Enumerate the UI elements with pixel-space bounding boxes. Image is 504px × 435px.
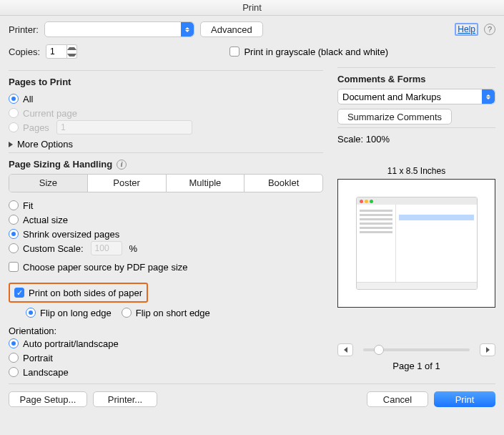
more-options-disclosure[interactable]: More Options [9, 139, 73, 150]
copies-label: Copies: [9, 47, 40, 57]
choose-paper-checkbox[interactable]: Choose paper source by PDF page size [9, 260, 323, 274]
seg-size[interactable]: Size [9, 175, 87, 192]
cancel-button[interactable]: Cancel [367, 391, 428, 407]
chevron-right-icon [486, 347, 490, 353]
page-setup-label: Page Setup... [20, 394, 76, 405]
fit-radio[interactable]: Fit [9, 198, 323, 212]
page-of-label: Page 1 of 1 [337, 361, 495, 371]
summarize-label: Summarize Comments [347, 112, 442, 122]
more-options-label: More Options [17, 139, 73, 150]
sizing-segmented[interactable]: Size Poster Multiple Booklet [9, 174, 323, 192]
copies-input[interactable] [46, 44, 67, 59]
dropdown-arrow-icon [482, 89, 495, 104]
scale-label: Scale: 100% [337, 134, 495, 145]
comments-select-value: Document and Markups [342, 92, 441, 102]
seg-multiple[interactable]: Multiple [166, 175, 244, 192]
preview-box [337, 179, 495, 308]
flip-long-label: Flip on long edge [40, 308, 112, 318]
printer-label: Printer: [9, 24, 39, 35]
orientation-auto-radio[interactable]: Auto portrait/landscape [9, 336, 323, 351]
disclosure-triangle-icon [9, 142, 13, 147]
percent-label: % [129, 243, 138, 254]
pages-current-radio: Current page [9, 106, 323, 120]
printer-button-label: Printer... [108, 394, 142, 405]
flip-short-label: Flip on short edge [136, 308, 210, 318]
advanced-button-label: Advanced [211, 24, 252, 35]
both-sides-label: Print on both sides of paper [29, 288, 142, 298]
summarize-button[interactable]: Summarize Comments [337, 109, 452, 124]
flip-short-radio[interactable]: Flip on short edge [122, 306, 210, 320]
copies-stepper[interactable] [46, 44, 77, 59]
choose-paper-label: Choose paper source by PDF page size [23, 262, 188, 273]
actual-size-radio[interactable]: Actual size [9, 212, 323, 227]
seg-poster[interactable]: Poster [87, 175, 166, 192]
pages-all-radio[interactable]: All [9, 92, 323, 106]
help-link[interactable]: Help [455, 23, 478, 36]
comments-title: Comments & Forms [337, 74, 495, 84]
orientation-auto-label: Auto portrait/landscape [23, 338, 119, 349]
pages-range-radio[interactable]: Pages [9, 120, 323, 135]
shrink-label: Shrink oversized pages [23, 229, 119, 240]
advanced-button[interactable]: Advanced [200, 21, 263, 37]
fit-label: Fit [23, 200, 33, 211]
window-title: Print [0, 0, 504, 16]
slider-thumb[interactable] [374, 345, 384, 355]
pages-all-label: All [23, 94, 33, 104]
seg-booklet[interactable]: Booklet [244, 175, 322, 192]
page-slider[interactable] [363, 348, 470, 351]
info-icon[interactable]: i [117, 160, 127, 170]
printer-select[interactable] [44, 21, 194, 37]
pages-range-label: Pages [23, 122, 49, 133]
orientation-portrait-label: Portrait [23, 353, 53, 363]
dropdown-arrow-icon [181, 22, 194, 36]
stepper-arrows-icon[interactable] [67, 44, 77, 59]
both-sides-checkbox[interactable]: Print on both sides of paper [14, 285, 142, 300]
orientation-landscape-radio[interactable]: Landscape [9, 365, 323, 379]
actual-size-label: Actual size [23, 215, 68, 225]
print-button[interactable]: Print [434, 391, 495, 407]
custom-scale-radio[interactable]: Custom Scale: % [9, 241, 323, 255]
both-sides-callout: Print on both sides of paper [9, 283, 148, 303]
preview-dims: 11 x 8.5 Inches [337, 166, 495, 176]
grayscale-checkbox[interactable]: Print in grayscale (black and white) [229, 44, 388, 59]
orientation-portrait-radio[interactable]: Portrait [9, 351, 323, 365]
orientation-landscape-label: Landscape [23, 367, 69, 378]
shrink-radio[interactable]: Shrink oversized pages [9, 227, 323, 241]
preview-thumbnail [356, 197, 478, 290]
pages-to-print-title: Pages to Print [9, 77, 323, 87]
orientation-label: Orientation: [9, 326, 323, 336]
grayscale-label: Print in grayscale (black and white) [244, 47, 388, 57]
sizing-title: Page Sizing & Handling [9, 159, 112, 170]
chevron-left-icon [344, 347, 347, 353]
help-icon[interactable]: ? [484, 24, 495, 35]
custom-scale-label: Custom Scale: [23, 243, 84, 254]
next-page-button[interactable] [480, 343, 495, 356]
pages-range-input [56, 120, 192, 135]
cancel-label: Cancel [383, 394, 412, 405]
flip-long-radio[interactable]: Flip on long edge [26, 306, 112, 320]
page-setup-button[interactable]: Page Setup... [9, 391, 87, 407]
prev-page-button[interactable] [337, 343, 353, 356]
print-label: Print [455, 394, 475, 405]
pages-current-label: Current page [23, 108, 77, 119]
custom-scale-input [91, 241, 122, 255]
printer-button[interactable]: Printer... [93, 391, 157, 407]
comments-select[interactable]: Document and Markups [337, 89, 495, 104]
